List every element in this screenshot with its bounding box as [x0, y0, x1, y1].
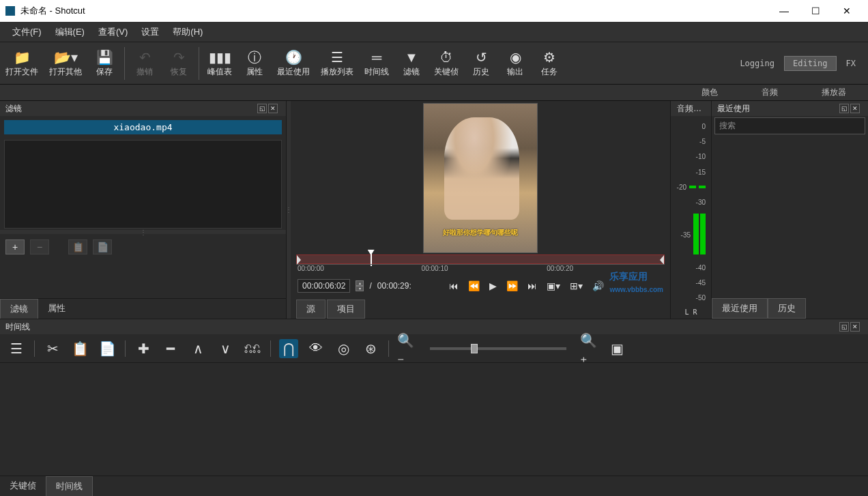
rewind-button[interactable]: ⏪	[466, 280, 482, 291]
undock-icon[interactable]: ◱	[839, 104, 849, 113]
play-button[interactable]: ▶	[487, 280, 499, 291]
mode-player[interactable]: 播放器	[813, 85, 854, 100]
search-input[interactable]: 搜索	[714, 117, 865, 134]
jobs-button[interactable]: ⚙任务	[532, 43, 566, 84]
add-filter-button[interactable]: +	[5, 239, 25, 254]
menu-help[interactable]: 帮助(H)	[166, 23, 209, 41]
save-button[interactable]: 💾保存	[87, 43, 121, 84]
zoom-out-button[interactable]: 🔍₋	[397, 339, 416, 358]
video-viewport[interactable]: 好啦那你想学哪句哪些呢	[291, 101, 670, 254]
folder-open-icon: 📂▾	[54, 48, 78, 66]
mode-fx[interactable]: FX	[838, 57, 864, 70]
timecode-current[interactable]: 00:00:06:02	[298, 279, 350, 293]
meter-icon: ▮▮▮	[209, 48, 231, 66]
paste-filter-button[interactable]: 📄	[93, 239, 112, 254]
mode-logging[interactable]: Logging	[732, 57, 783, 70]
zoom-fit-button[interactable]: ▣	[607, 339, 626, 358]
skip-end-button[interactable]: ⏭	[525, 280, 539, 291]
tab-history[interactable]: 历史	[768, 298, 806, 319]
overwrite-button[interactable]: ∨	[216, 339, 235, 358]
tc-up-button[interactable]: ▴	[356, 280, 364, 286]
disc-icon: ◉	[510, 48, 521, 66]
recent-button[interactable]: 🕐最近使用	[272, 43, 315, 84]
zoom-dropdown[interactable]: ▣▾	[545, 280, 562, 291]
zoom-in-button[interactable]: 🔍₊	[580, 339, 599, 358]
redo-button[interactable]: ↷恢复	[162, 43, 196, 84]
menubar: 文件(F) 编辑(E) 查看(V) 设置 帮助(H)	[0, 22, 868, 42]
recent-panel: 最近使用 ◱✕ 搜索 最近使用 历史	[711, 101, 868, 319]
fast-forward-button[interactable]: ⏩	[504, 280, 520, 291]
left-tabs: 滤镜 属性	[0, 298, 286, 319]
history-icon: ↺	[476, 48, 487, 66]
menu-edit[interactable]: 编辑(E)	[48, 23, 91, 41]
tab-keyframes[interactable]: 关键侦	[0, 476, 46, 496]
open-other-button[interactable]: 📂▾打开其他	[44, 43, 87, 84]
tab-recent[interactable]: 最近使用	[712, 298, 768, 319]
skip-start-button[interactable]: ⏮	[447, 280, 461, 291]
app-logo-icon	[5, 6, 15, 16]
tc-down-button[interactable]: ▾	[356, 286, 364, 291]
ripple-all-button[interactable]: ⊛	[361, 339, 380, 358]
filters-button[interactable]: ▼滤镜	[394, 43, 429, 84]
menu-settings[interactable]: 设置	[134, 23, 166, 41]
timeline-canvas[interactable]	[0, 363, 868, 476]
meter-lr-label: L R	[671, 308, 711, 319]
audio-meter-header: 音频…	[671, 101, 711, 116]
tab-filters[interactable]: 滤镜	[0, 299, 38, 319]
properties-button[interactable]: ⓘ属性	[237, 43, 272, 84]
timeline-menu-button[interactable]: ☰	[7, 339, 26, 358]
undo-icon: ↶	[139, 48, 151, 66]
remove-filter-button[interactable]: −	[30, 239, 49, 254]
undock-icon[interactable]: ◱	[257, 104, 267, 113]
lift-button[interactable]: ∧	[188, 339, 207, 358]
export-button[interactable]: ◉输出	[498, 43, 532, 84]
remove-button[interactable]: ━	[161, 339, 180, 358]
timeline-button[interactable]: ═时间线	[359, 43, 394, 84]
menu-file[interactable]: 文件(F)	[5, 23, 48, 41]
menu-view[interactable]: 查看(V)	[91, 23, 134, 41]
copy-button[interactable]: 📋	[70, 339, 89, 358]
playlist-button[interactable]: ☰播放列表	[315, 43, 359, 84]
tab-timeline[interactable]: 时间线	[46, 476, 93, 496]
minimize-button[interactable]: ―	[768, 0, 800, 22]
ripple-button[interactable]: ◎	[334, 339, 353, 358]
cut-button[interactable]: ✂	[43, 339, 62, 358]
split-button[interactable]: ⎌⎌	[243, 339, 262, 358]
close-button[interactable]: ✕	[831, 0, 863, 22]
out-point-icon[interactable]	[660, 255, 664, 265]
window-title: 未命名 - Shotcut	[20, 5, 768, 17]
tab-project[interactable]: 项目	[327, 300, 365, 319]
panel-close-icon[interactable]: ✕	[850, 322, 860, 332]
clip-item[interactable]: xiaodao.mp4	[4, 120, 282, 134]
undock-icon[interactable]: ◱	[839, 322, 849, 332]
volume-button[interactable]: 🔊	[590, 280, 606, 291]
scrub-button[interactable]: 👁	[306, 339, 326, 358]
stopwatch-icon: ⏱	[439, 48, 453, 66]
watermark: 乐享应用www.vbbbs.com	[609, 271, 663, 294]
in-point-icon[interactable]	[297, 255, 301, 265]
history-button[interactable]: ↺历史	[464, 43, 498, 84]
panel-close-icon[interactable]: ✕	[850, 104, 860, 113]
tab-source[interactable]: 源	[296, 300, 326, 319]
maximize-button[interactable]: ☐	[800, 0, 831, 22]
snap-button[interactable]: ⋂	[279, 339, 298, 358]
peak-meter-button[interactable]: ▮▮▮峰值表	[202, 43, 237, 84]
paste-button[interactable]: 📄	[98, 339, 117, 358]
panel-close-icon[interactable]: ✕	[268, 104, 278, 113]
filter-list-area	[4, 140, 282, 229]
grid-dropdown[interactable]: ⊞▾	[568, 280, 585, 291]
copy-filter-button[interactable]: 📋	[68, 239, 87, 254]
mode-color[interactable]: 颜色	[693, 85, 726, 100]
funnel-icon: ▼	[405, 48, 418, 66]
undo-button[interactable]: ↶撤销	[128, 43, 162, 84]
zoom-slider[interactable]	[430, 347, 566, 350]
mode-editing[interactable]: Editing	[784, 56, 837, 71]
open-file-button[interactable]: 📁打开文件	[0, 43, 44, 84]
append-button[interactable]: ✚	[134, 339, 153, 358]
titlebar: 未命名 - Shotcut ― ☐ ✕	[0, 0, 868, 22]
recent-list	[712, 136, 868, 298]
keyframes-button[interactable]: ⏱关键侦	[429, 43, 464, 84]
tab-properties[interactable]: 属性	[38, 299, 75, 319]
zoom-thumb[interactable]	[471, 344, 478, 353]
mode-audio[interactable]: 音频	[753, 85, 786, 100]
